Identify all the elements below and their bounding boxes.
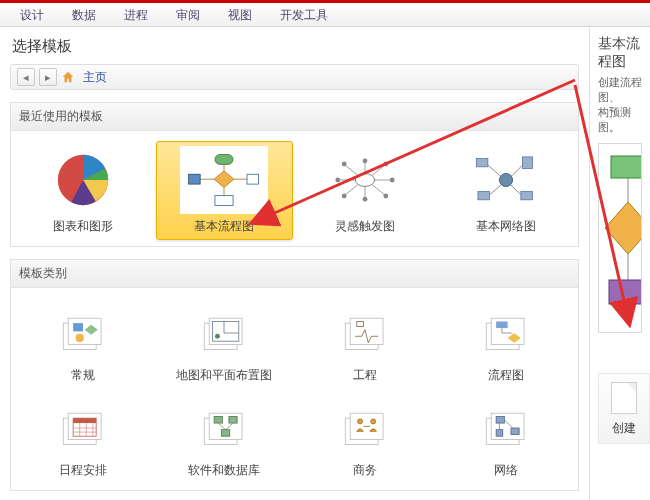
category-label: 常规 xyxy=(71,367,95,384)
database-icon xyxy=(188,398,260,458)
svg-line-12 xyxy=(372,166,384,176)
svg-point-42 xyxy=(215,334,220,339)
breadcrumb-home[interactable]: 主页 xyxy=(83,69,107,86)
svg-rect-90 xyxy=(611,156,642,178)
svg-point-20 xyxy=(383,162,388,167)
templates-title: 选择模板 xyxy=(12,37,579,56)
category-label: 软件和数据库 xyxy=(188,462,260,479)
svg-line-28 xyxy=(487,165,500,177)
svg-rect-48 xyxy=(496,322,508,329)
svg-rect-24 xyxy=(522,157,532,169)
svg-rect-61 xyxy=(214,417,222,424)
category-label: 地图和平面布置图 xyxy=(176,367,272,384)
svg-rect-75 xyxy=(496,430,503,437)
category-tile-general[interactable]: 常规 xyxy=(15,298,152,389)
ribbon-tab-design[interactable]: 设计 xyxy=(6,3,58,26)
svg-rect-33 xyxy=(69,318,102,344)
category-tile-business[interactable]: 商务 xyxy=(297,393,434,484)
template-tile-basic-network[interactable]: 基本网络图 xyxy=(437,141,574,240)
calendar-icon xyxy=(47,398,119,458)
svg-rect-1 xyxy=(215,155,233,165)
preview-title: 基本流程图 xyxy=(598,35,650,71)
ribbon-tab-data[interactable]: 数据 xyxy=(58,3,110,26)
section-header-categories: 模板类别 xyxy=(10,259,579,287)
svg-line-13 xyxy=(346,185,358,195)
home-icon[interactable] xyxy=(61,70,75,84)
svg-point-27 xyxy=(499,173,512,186)
svg-point-19 xyxy=(342,162,347,167)
business-icon xyxy=(329,398,401,458)
category-label: 工程 xyxy=(353,367,377,384)
template-label: 图表和图形 xyxy=(53,218,113,235)
preview-pane: 基本流程图 创建流程图、构预测图。 创建 xyxy=(590,27,650,500)
svg-point-69 xyxy=(371,419,376,424)
svg-rect-26 xyxy=(520,192,532,200)
ribbon-tab-review[interactable]: 审阅 xyxy=(162,3,214,26)
ribbon-tabs: 设计 数据 进程 审阅 视图 开发工具 xyxy=(0,3,650,27)
category-tile-maps[interactable]: 地图和平面布置图 xyxy=(156,298,293,389)
category-tile-flowchart[interactable]: 流程图 xyxy=(437,298,574,389)
flowchart-folder-icon xyxy=(470,303,542,363)
svg-point-21 xyxy=(342,194,347,199)
svg-point-68 xyxy=(357,419,362,424)
svg-marker-92 xyxy=(605,202,642,254)
template-tile-charts[interactable]: 图表和图形 xyxy=(15,141,152,240)
template-label: 基本网络图 xyxy=(476,218,536,235)
network-folder-icon xyxy=(470,398,542,458)
svg-point-16 xyxy=(362,197,367,202)
svg-line-30 xyxy=(489,185,501,195)
templates-pane: 选择模板 ◂ ▸ 主页 最近使用的模板 图表和图形 xyxy=(0,27,590,500)
svg-rect-62 xyxy=(229,417,237,424)
svg-line-14 xyxy=(372,185,384,195)
svg-point-15 xyxy=(362,158,367,163)
svg-rect-5 xyxy=(189,174,201,184)
template-preview xyxy=(598,143,642,333)
chevron-right-icon: ▸ xyxy=(45,71,51,84)
nav-back-button[interactable]: ◂ xyxy=(17,68,35,86)
category-tile-schedule[interactable]: 日程安排 xyxy=(15,393,152,484)
svg-rect-38 xyxy=(209,318,242,344)
svg-rect-94 xyxy=(609,280,642,304)
svg-rect-3 xyxy=(247,174,259,184)
svg-rect-63 xyxy=(222,430,230,437)
template-tile-basic-flowchart[interactable]: 基本流程图 xyxy=(156,141,293,240)
breadcrumb: ◂ ▸ 主页 xyxy=(10,64,579,90)
svg-rect-25 xyxy=(478,192,490,200)
category-label: 网络 xyxy=(494,462,518,479)
template-tile-brainstorm[interactable]: 灵感触发图 xyxy=(297,141,434,240)
svg-rect-73 xyxy=(496,417,504,424)
svg-point-18 xyxy=(390,178,395,183)
chevron-left-icon: ◂ xyxy=(23,71,29,84)
svg-rect-74 xyxy=(511,428,519,435)
brainstorm-icon xyxy=(321,146,409,214)
pie-chart-icon xyxy=(39,146,127,214)
nav-forward-button[interactable]: ▸ xyxy=(39,68,57,86)
svg-rect-23 xyxy=(476,159,488,167)
ribbon-tab-devtools[interactable]: 开发工具 xyxy=(266,3,342,26)
create-label: 创建 xyxy=(612,420,636,437)
category-tile-network[interactable]: 网络 xyxy=(437,393,574,484)
svg-marker-2 xyxy=(214,171,234,187)
svg-point-36 xyxy=(76,334,84,342)
svg-rect-4 xyxy=(215,196,233,206)
category-label: 商务 xyxy=(353,462,377,479)
new-document-icon xyxy=(611,382,637,414)
preview-desc: 创建流程图、构预测图。 xyxy=(598,75,650,135)
category-tile-software[interactable]: 软件和数据库 xyxy=(156,393,293,484)
folder-shapes-icon xyxy=(47,303,119,363)
svg-point-22 xyxy=(383,194,388,199)
category-tile-engineering[interactable]: 工程 xyxy=(297,298,434,389)
floorplan-icon xyxy=(188,303,260,363)
template-label: 灵感触发图 xyxy=(335,218,395,235)
svg-rect-53 xyxy=(74,418,97,423)
template-label: 基本流程图 xyxy=(194,218,254,235)
network-icon xyxy=(462,146,550,214)
svg-point-17 xyxy=(335,178,340,183)
svg-point-6 xyxy=(355,174,374,187)
svg-rect-44 xyxy=(350,318,383,344)
create-button[interactable]: 创建 xyxy=(598,373,650,444)
svg-line-31 xyxy=(511,185,521,195)
ribbon-tab-process[interactable]: 进程 xyxy=(110,3,162,26)
ribbon-tab-view[interactable]: 视图 xyxy=(214,3,266,26)
section-header-recent: 最近使用的模板 xyxy=(10,102,579,130)
